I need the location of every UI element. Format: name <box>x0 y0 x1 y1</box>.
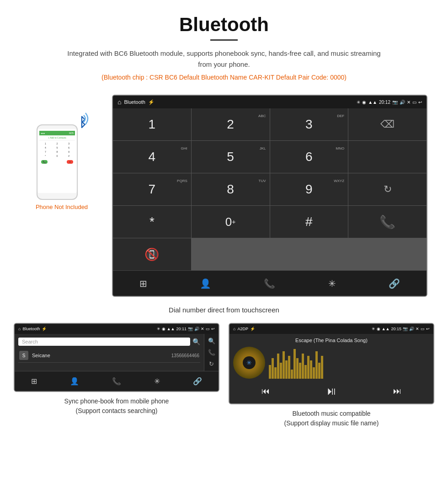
dialpad-screen-title: Bluetooth <box>124 99 145 105</box>
music-win-icon[interactable]: ▭ <box>421 327 425 331</box>
dial-call-red-cell[interactable]: 📵 <box>113 238 191 270</box>
dial-key-1[interactable]: 1 <box>113 108 191 140</box>
contact-row[interactable]: S Seicane 13566664466 <box>18 349 200 363</box>
viz-bar <box>283 351 285 379</box>
nav-phone-icon[interactable]: 📞 <box>260 274 279 293</box>
album-art: ✳ <box>233 347 265 379</box>
viz-bar <box>291 370 293 379</box>
phone-not-included-label: Phone Not Included <box>36 204 88 210</box>
song-title: Escape (The Pina Colada Song) <box>233 338 430 343</box>
pb-win-icon[interactable]: ▭ <box>206 327 210 331</box>
dial-key-4[interactable]: 4GHI <box>113 141 191 173</box>
music-back-icon[interactable]: ↩ <box>426 327 430 331</box>
viz-bar <box>280 363 282 379</box>
pb-status-right: ✳ ◉ ▲▲ 20:11 📷 🔊 ✕ ▭ ↩ <box>157 327 215 331</box>
backspace-icon[interactable]: ⌫ <box>380 118 395 130</box>
music-vol-icon[interactable]: 🔊 <box>409 327 414 331</box>
pb-nav-person-icon[interactable]: 👤 <box>70 377 79 386</box>
dial-key-0[interactable]: 0+ <box>192 206 270 238</box>
dial-key-hash[interactable]: # <box>270 206 348 238</box>
dial-key-star[interactable]: * <box>113 206 191 238</box>
pb-home-icon[interactable]: ⌂ <box>18 327 21 331</box>
pb-nav-link-icon[interactable]: 🔗 <box>193 377 202 386</box>
dial-key-3[interactable]: 3DEF <box>270 108 348 140</box>
pb-loc-icon: ◉ <box>162 327 165 331</box>
music-screenshot: ⌂ A2DP ⚡ ✳ ◉ ▲▲ 20:15 📷 🔊 ✕ ▭ ↩ <box>229 323 434 428</box>
call-red-icon: 📵 <box>144 247 159 262</box>
pb-close-icon[interactable]: ✕ <box>201 327 204 331</box>
usb-icon: ⚡ <box>148 99 155 105</box>
album-bt-icon: ✳ <box>246 359 252 366</box>
nav-dialpad-icon[interactable]: ⊞ <box>136 274 151 293</box>
music-bt-icon: ✳ <box>372 327 375 331</box>
dial-key-9[interactable]: 9WXYZ <box>270 173 348 205</box>
pb-nav-grid-icon[interactable]: ⊞ <box>31 377 37 386</box>
music-home-icon[interactable]: ⌂ <box>233 327 235 331</box>
next-button[interactable]: ⏭ <box>393 386 401 396</box>
viz-bar <box>304 365 307 379</box>
camera-icon[interactable]: 📷 <box>392 100 398 105</box>
window-icon[interactable]: ▭ <box>412 100 416 105</box>
viz-bar <box>293 349 296 379</box>
pb-vol-icon[interactable]: 🔊 <box>194 327 199 331</box>
music-visualizer <box>269 347 430 379</box>
pb-time: 20:11 <box>176 327 187 331</box>
pb-nav-bt-icon[interactable]: ✳ <box>154 377 160 386</box>
dial-key-2[interactable]: 2ABC <box>192 108 270 140</box>
pb-cam-icon[interactable]: 📷 <box>188 327 193 331</box>
pb-back-icon[interactable]: ↩ <box>211 327 215 331</box>
page-title: Bluetooth <box>9 14 439 36</box>
call-green-icon: 📞 <box>379 215 395 230</box>
page-header: Bluetooth Integrated with BC6 Bluetooth … <box>0 0 448 95</box>
status-right: ✳ ◉ ▲▲ 20:12 📷 🔊 ✕ ▭ ↩ <box>357 100 422 105</box>
pb-reload-side-icon[interactable]: ↻ <box>209 360 214 367</box>
contact-name: Seicane <box>32 353 171 358</box>
nav-person-icon[interactable]: 👤 <box>196 274 215 293</box>
pb-bottom-nav: ⊞ 👤 📞 ✳ 🔗 <box>15 371 219 391</box>
music-time: 20:15 <box>391 327 401 331</box>
pb-call-side-icon[interactable]: 📞 <box>208 349 215 356</box>
dial-key-5[interactable]: 5JKL <box>192 141 270 173</box>
music-status-bar: ⌂ A2DP ⚡ ✳ ◉ ▲▲ 20:15 📷 🔊 ✕ ▭ ↩ <box>229 324 433 334</box>
dial-reload-cell: ↻ <box>348 173 427 205</box>
svg-text:ᛒ: ᛒ <box>79 115 87 129</box>
dial-empty-1: ⌫ <box>348 108 427 140</box>
dial-key-8[interactable]: 8TUV <box>192 173 270 205</box>
bt-icon: ✳ <box>357 100 360 105</box>
music-close-icon[interactable]: ✕ <box>416 327 419 331</box>
dial-key-7[interactable]: 7PQRS <box>113 173 191 205</box>
viz-bar <box>285 360 288 379</box>
home-icon[interactable]: ⌂ <box>117 98 121 106</box>
search-input[interactable]: Search <box>18 338 190 346</box>
dial-call-green-cell[interactable]: 📞 <box>348 206 427 238</box>
viz-bar <box>321 356 323 379</box>
pb-main-area: Search 🔍 S Seicane 13566664466 🔍 📞 ↻ <box>15 334 219 371</box>
viz-bar <box>310 360 312 379</box>
dialpad-status-bar: ⌂ Bluetooth ⚡ ✳ ◉ ▲▲ 20:12 📷 🔊 ✕ ▭ ↩ <box>113 96 427 108</box>
music-controls: ⏮ ⏯ ⏭ <box>233 382 430 400</box>
close-icon[interactable]: ✕ <box>407 100 411 105</box>
music-cam-icon[interactable]: 📷 <box>403 327 408 331</box>
dial-key-6[interactable]: 6MNO <box>270 141 348 173</box>
nav-link-icon[interactable]: 🔗 <box>385 274 404 293</box>
phone-illustration: ᛒ ●●●M35 + Add to Contacts 123 456 78 <box>32 108 91 200</box>
music-content: Escape (The Pina Colada Song) ✳ <box>229 334 433 403</box>
dialpad-grid: 1 2ABC 3DEF ⌫ 4GHI 5JKL 6MNO 7PQRS 8TUV … <box>113 108 427 270</box>
music-screen: ⌂ A2DP ⚡ ✳ ◉ ▲▲ 20:15 📷 🔊 ✕ ▭ ↩ <box>229 323 434 404</box>
nav-bt-icon[interactable]: ✳ <box>325 274 340 293</box>
back-icon[interactable]: ↩ <box>418 100 422 105</box>
pb-nav-phone-icon[interactable]: 📞 <box>112 377 121 386</box>
prev-button[interactable]: ⏮ <box>261 386 270 396</box>
pb-search-side-icon[interactable]: 🔍 <box>208 338 215 344</box>
play-pause-button[interactable]: ⏯ <box>326 385 337 397</box>
pb-title: Bluetooth <box>22 327 40 331</box>
music-title-bar: A2DP <box>237 327 248 331</box>
search-row: Search 🔍 <box>18 338 200 346</box>
reload-icon[interactable]: ↻ <box>384 183 392 195</box>
dial-empty-2 <box>348 141 427 173</box>
search-icon[interactable]: 🔍 <box>192 338 200 345</box>
pb-status-left: ⌂ Bluetooth ⚡ <box>18 327 47 331</box>
music-caption-text: Bluetooth music compatible(Support displ… <box>284 410 379 427</box>
bottom-section: ⌂ Bluetooth ⚡ ✳ ◉ ▲▲ 20:11 📷 🔊 ✕ ▭ ↩ <box>0 323 448 428</box>
volume-icon[interactable]: 🔊 <box>400 100 405 105</box>
